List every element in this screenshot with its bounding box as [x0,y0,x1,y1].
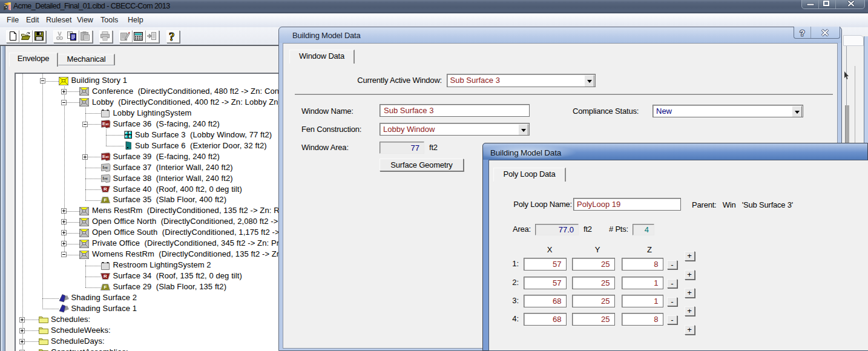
svg-text:?: ? [800,28,805,37]
svg-text:nt: nt [104,166,108,169]
svg-text:?: ? [169,31,175,41]
svg-text:R: R [104,274,107,279]
svg-text:nt: nt [104,177,108,180]
svg-text:xt: xt [105,155,108,159]
svg-text:xt: xt [105,122,108,126]
svg-text:F: F [104,197,107,203]
svg-text:F: F [104,284,107,290]
svg-text:R: R [104,186,107,192]
